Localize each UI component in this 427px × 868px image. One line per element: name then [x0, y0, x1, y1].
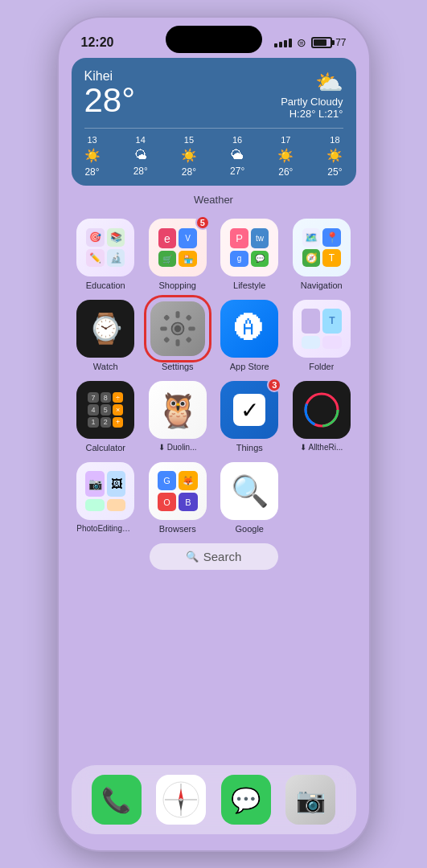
weather-top: Kihei 28° ⛅ Partly Cloudy H:28° L:21°: [84, 69, 343, 120]
dock-messages[interactable]: 💬: [221, 775, 271, 825]
gear-svg: [158, 309, 198, 349]
signal-icon: [274, 39, 292, 47]
duolingo-label: ⬇ Duolin...: [158, 443, 196, 452]
dock-phone[interactable]: 📞: [92, 775, 142, 825]
weather-widget-label: Weather: [72, 194, 356, 206]
browsers-label: Browsers: [159, 524, 196, 534]
shopping-label: Shopping: [159, 280, 197, 290]
shopping-icon: 5 e V 🛒 🏪: [149, 219, 207, 276]
things-label: Things: [236, 443, 263, 452]
alltheri-label: ⬇ AlltheRi...: [300, 443, 343, 452]
search-icon: 🔍: [186, 551, 199, 563]
forecast-day-16: 16 🌥 27°: [230, 135, 244, 178]
photoediting-icon: 📷 🖼: [76, 462, 134, 520]
app-things[interactable]: 3 ✓ Things: [216, 381, 285, 452]
wifi-icon: ⊜: [297, 36, 306, 49]
app-alltheri[interactable]: ⬇ AlltheRi...: [287, 381, 356, 452]
alltheri-icon: [293, 381, 351, 439]
battery-icon: [311, 37, 332, 48]
battery-container: 77: [311, 37, 346, 48]
navigation-icon: 🗺️ 📍 🧭 T: [293, 219, 351, 276]
weather-cloud-icon: ⛅: [281, 69, 343, 96]
weather-condition: Partly Cloudy: [281, 96, 343, 108]
forecast-day-15: 15 ☀️ 28°: [181, 135, 197, 178]
app-folder[interactable]: T Folder: [287, 300, 356, 371]
app-grid-row2: ⌚ Watch: [72, 300, 356, 371]
google-label: Google: [236, 524, 264, 534]
forecast-day-14: 14 🌤 28°: [133, 135, 148, 178]
folder-label: Folder: [309, 362, 334, 371]
app-grid-row1: 🎯 📚 ✏️ 🔬 Education 5 e V 🛒 🏪: [72, 219, 356, 290]
dock-safari[interactable]: [156, 775, 206, 825]
shopping-badge: 5: [195, 215, 210, 230]
appstore-label: App Store: [230, 362, 269, 371]
svg-rect-7: [163, 337, 170, 343]
dock: 📞 💬 📷: [72, 765, 356, 834]
app-grid-row4: 📷 🖼 PhotoEditingSh... G 🦊 O B: [72, 462, 356, 534]
dynamic-island: [166, 26, 262, 53]
svg-point-10: [174, 326, 181, 332]
search-bar[interactable]: 🔍 Search: [150, 543, 278, 570]
browsers-icon: G 🦊 O B: [149, 462, 207, 520]
app-calculator[interactable]: 7 8 ÷ 4 5 × 1 2 + Calculator: [72, 381, 141, 452]
things-icon: 3 ✓: [220, 381, 278, 439]
app-education[interactable]: 🎯 📚 ✏️ 🔬 Education: [72, 219, 141, 290]
app-google[interactable]: 🔍 Google: [216, 462, 285, 534]
things-badge: 3: [267, 378, 281, 392]
lifestyle-icon: P tw g 💬: [220, 219, 278, 276]
app-settings[interactable]: Settings: [143, 300, 212, 371]
settings-label: Settings: [162, 362, 194, 371]
appstore-icon: 🅐: [220, 300, 278, 358]
svg-rect-8: [185, 337, 191, 343]
app-grid-row3: 7 8 ÷ 4 5 × 1 2 + Calculator 🦉: [72, 381, 356, 452]
svg-rect-2: [175, 339, 179, 346]
duolingo-icon: 🦉: [149, 381, 207, 439]
lifestyle-label: Lifestyle: [233, 280, 265, 290]
app-navigation[interactable]: 🗺️ 📍 🧭 T Navigation: [287, 219, 356, 290]
photoediting-label: PhotoEditingSh...: [76, 524, 134, 533]
svg-rect-4: [188, 327, 195, 331]
forecast-day-13: 13 ☀️ 28°: [84, 135, 101, 178]
main-content: Kihei 28° ⛅ Partly Cloudy H:28° L:21° 13…: [59, 58, 369, 570]
weather-left: Kihei 28°: [84, 69, 136, 117]
folder-icon: T: [293, 300, 351, 358]
svg-rect-5: [163, 314, 170, 321]
settings-icon: [150, 301, 205, 356]
calculator-icon: 7 8 ÷ 4 5 × 1 2 +: [76, 381, 134, 439]
status-icons: ⊜ 77: [274, 36, 346, 49]
svg-rect-1: [175, 311, 179, 317]
education-label: Education: [86, 280, 125, 290]
status-time: 12:20: [81, 35, 114, 50]
education-icon: 🎯 📚 ✏️ 🔬: [76, 219, 134, 276]
weather-forecast: 13 ☀️ 28° 14 🌤 28° 15 ☀️ 28° 16 🌥: [84, 128, 343, 178]
forecast-day-18: 18 ☀️ 25°: [326, 135, 343, 178]
app-appstore[interactable]: 🅐 App Store: [216, 300, 285, 371]
app-shopping[interactable]: 5 e V 🛒 🏪 Shopping: [143, 219, 212, 290]
watch-label: Watch: [93, 362, 118, 371]
svg-rect-6: [185, 314, 191, 321]
app-browsers[interactable]: G 🦊 O B Browsers: [143, 462, 212, 534]
search-text: Search: [203, 550, 242, 563]
svg-rect-3: [160, 327, 166, 331]
google-icon: 🔍: [220, 462, 278, 520]
dock-camera[interactable]: 📷: [285, 775, 335, 825]
battery-pct: 77: [335, 37, 346, 48]
app-duolingo[interactable]: 🦉 ⬇ Duolin...: [143, 381, 212, 452]
phone-frame: 12:20 ⊜ 77 Kihei 28°: [57, 16, 371, 852]
calculator-label: Calculator: [85, 443, 125, 452]
app-watch[interactable]: ⌚ Watch: [72, 300, 141, 371]
app-lifestyle[interactable]: P tw g 💬 Lifestyle: [216, 219, 285, 290]
weather-hi-lo: H:28° L:21°: [281, 108, 343, 120]
weather-widget[interactable]: Kihei 28° ⛅ Partly Cloudy H:28° L:21° 13…: [72, 58, 356, 186]
watch-icon: ⌚: [76, 300, 134, 358]
forecast-day-17: 17 ☀️ 26°: [277, 135, 294, 178]
app-photoediting[interactable]: 📷 🖼 PhotoEditingSh...: [72, 462, 141, 534]
navigation-label: Navigation: [301, 280, 343, 290]
weather-temp: 28°: [84, 84, 136, 117]
weather-right: ⛅ Partly Cloudy H:28° L:21°: [281, 69, 343, 120]
